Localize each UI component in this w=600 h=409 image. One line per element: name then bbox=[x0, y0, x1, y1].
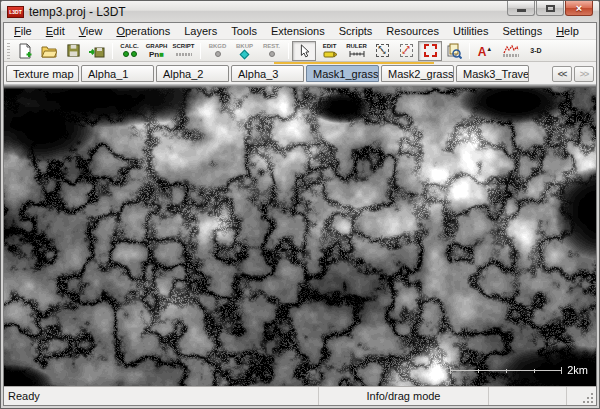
l3dt-app-icon: L3DT bbox=[7, 6, 24, 18]
close-icon: × bbox=[576, 3, 582, 14]
save-project-button[interactable] bbox=[61, 41, 85, 61]
map-canvas[interactable] bbox=[4, 83, 596, 386]
tab-mask1-grass[interactable]: Mask1_grass bbox=[306, 65, 379, 82]
resize-grip-icon[interactable] bbox=[582, 392, 594, 404]
menu-file[interactable]: File bbox=[7, 24, 39, 38]
menu-scripts[interactable]: Scripts bbox=[332, 24, 380, 38]
menu-layers[interactable]: Layers bbox=[177, 24, 224, 38]
edit-pen-icon bbox=[323, 50, 337, 59]
script-icon bbox=[176, 50, 192, 59]
select-area-button[interactable]: ↖ ↘ bbox=[370, 41, 394, 61]
zoom-area-icon: ↗ ↙ bbox=[400, 44, 413, 57]
menu-resources[interactable]: Resources bbox=[379, 24, 446, 38]
new-file-icon bbox=[17, 43, 33, 59]
toolbar-separator bbox=[469, 43, 470, 59]
toolbar: CALC. GRAPH Pn■ SCRIPT BKGD BKUP REST bbox=[4, 40, 596, 62]
tabs-scroll-left-button[interactable]: << bbox=[552, 66, 572, 82]
status-extra-panel bbox=[488, 387, 566, 405]
new-project-button[interactable] bbox=[13, 41, 37, 61]
status-bar: Ready Info/drag mode bbox=[4, 386, 596, 405]
status-ready: Ready bbox=[4, 387, 318, 405]
maximize-button[interactable] bbox=[536, 1, 564, 16]
menu-help[interactable]: Help bbox=[549, 24, 586, 38]
preview-button[interactable] bbox=[442, 41, 466, 61]
text-size-icon: A▲ bbox=[478, 43, 493, 58]
scale-bar: 2km bbox=[450, 364, 588, 376]
map-area[interactable]: 2km bbox=[4, 83, 596, 386]
toolbar-separator bbox=[288, 43, 289, 59]
menu-utilities[interactable]: Utilities bbox=[446, 24, 495, 38]
menu-bar: File Edit View Operations Layers Tools E… bbox=[4, 23, 596, 40]
accent-strip bbox=[274, 62, 434, 64]
menu-operations[interactable]: Operations bbox=[109, 24, 177, 38]
tab-alpha-2[interactable]: Alpha_2 bbox=[156, 65, 229, 82]
scale-line-icon bbox=[450, 367, 562, 374]
toolbar-separator bbox=[112, 43, 113, 59]
window-title: temp3.proj - L3DT bbox=[29, 5, 126, 19]
bkup-icon bbox=[241, 50, 248, 59]
toolbar-separator bbox=[200, 43, 201, 59]
toolbar-grip[interactable] bbox=[7, 43, 10, 59]
close-button[interactable]: × bbox=[565, 1, 593, 16]
tab-bar: Texture map Alpha_1 Alpha_2 Alpha_3 Mask… bbox=[4, 62, 596, 83]
design-map-button[interactable] bbox=[497, 41, 524, 61]
tab-alpha-3[interactable]: Alpha_3 bbox=[231, 65, 304, 82]
ruler-tool-button[interactable]: RULER bbox=[343, 41, 370, 61]
rest-button: REST. bbox=[258, 41, 285, 61]
menu-settings[interactable]: Settings bbox=[495, 24, 549, 38]
save-icon bbox=[66, 43, 81, 58]
minimize-button[interactable] bbox=[507, 1, 535, 16]
bkgd-button: BKGD bbox=[204, 41, 231, 61]
zoom-area-button[interactable]: ↗ ↙ bbox=[394, 41, 418, 61]
active-area-button[interactable] bbox=[418, 41, 442, 61]
menu-edit[interactable]: Edit bbox=[39, 24, 72, 38]
text-size-button[interactable]: A▲ bbox=[473, 41, 497, 61]
bkup-button[interactable]: BKUP bbox=[231, 41, 258, 61]
mountain-graph-icon bbox=[503, 45, 519, 54]
client-area: File Edit View Operations Layers Tools E… bbox=[3, 22, 597, 406]
menu-view[interactable]: View bbox=[72, 24, 110, 38]
menu-tools[interactable]: Tools bbox=[224, 24, 264, 38]
select-tool-button[interactable] bbox=[292, 41, 316, 61]
open-project-button[interactable] bbox=[37, 41, 61, 61]
status-mode: Info/drag mode bbox=[318, 387, 488, 405]
tab-alpha-1[interactable]: Alpha_1 bbox=[81, 65, 154, 82]
open-folder-icon bbox=[41, 43, 57, 59]
graph-icon: Pn■ bbox=[149, 50, 164, 59]
cursor-arrow-icon bbox=[297, 44, 311, 58]
select-area-icon: ↖ ↘ bbox=[376, 44, 389, 57]
graph-button[interactable]: GRAPH Pn■ bbox=[143, 41, 170, 61]
calc-icon bbox=[122, 50, 138, 59]
edit-tool-button[interactable]: EDIT bbox=[316, 41, 343, 61]
ruler-icon bbox=[349, 50, 365, 59]
rest-icon bbox=[268, 50, 276, 59]
bkgd-icon bbox=[214, 50, 222, 59]
script-button[interactable]: SCRIPT bbox=[170, 41, 197, 61]
calc-button[interactable]: CALC. bbox=[116, 41, 143, 61]
tabs-scroll-right-button[interactable]: >> bbox=[574, 66, 594, 82]
3d-view-button[interactable]: 3-D bbox=[524, 41, 548, 61]
tab-texture-map[interactable]: Texture map bbox=[6, 65, 79, 82]
import-map-button[interactable] bbox=[85, 41, 109, 61]
scale-label: 2km bbox=[567, 364, 588, 376]
tab-mask3-travers[interactable]: Mask3_Travers... bbox=[456, 65, 529, 82]
magnifier-pages-icon bbox=[446, 43, 462, 59]
active-area-icon bbox=[424, 44, 437, 57]
title-bar[interactable]: L3DT temp3.proj - L3DT × bbox=[1, 1, 599, 22]
minimize-icon bbox=[517, 9, 526, 12]
tab-mask2-grass2[interactable]: Mask2_grass2 bbox=[381, 65, 454, 82]
menu-extensions[interactable]: Extensions bbox=[264, 24, 332, 38]
maximize-icon bbox=[546, 5, 555, 12]
import-icon bbox=[89, 43, 105, 59]
status-grip-panel bbox=[566, 387, 596, 405]
app-window: L3DT temp3.proj - L3DT × File Edit View … bbox=[0, 0, 600, 409]
